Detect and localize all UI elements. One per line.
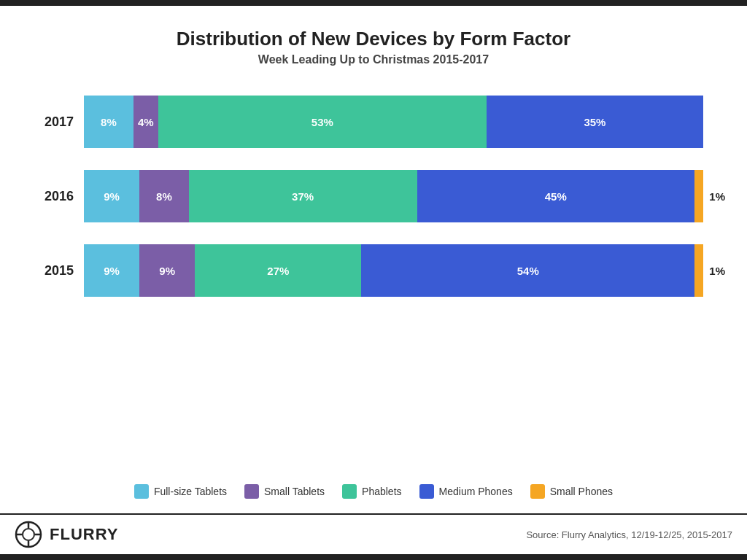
bar-segment-full-tablet-2016: 9% bbox=[84, 170, 139, 222]
legend-item-full-tablet: Full-size Tablets bbox=[134, 484, 227, 499]
footer-source: Source: Flurry Analytics, 12/19-12/25, 2… bbox=[526, 529, 732, 540]
bar-year-2017: 2017 bbox=[44, 114, 84, 130]
bar-segment-small-tablet-2016: 8% bbox=[139, 170, 189, 222]
legend-item-phablet: Phablets bbox=[342, 484, 401, 499]
legend-swatch-phablet bbox=[342, 484, 357, 499]
bar-segment-medium-phone-2016: 45% bbox=[417, 170, 694, 222]
legend-label-phablet: Phablets bbox=[362, 486, 401, 497]
bar-segment-medium-phone-2017: 35% bbox=[487, 96, 703, 148]
bar-segment-small-tablet-2017: 4% bbox=[133, 96, 158, 148]
main-content: Distribution of New Devices by Form Fact… bbox=[0, 6, 747, 513]
bar-segment-phablet-2016: 37% bbox=[189, 170, 417, 222]
legend-label-small-phone: Small Phones bbox=[550, 486, 613, 497]
bar-track-2017: 8%4%53%35% bbox=[84, 96, 703, 148]
bar-segment-small-phone-2016: 1% bbox=[694, 170, 703, 222]
chart-subtitle: Week Leading Up to Christmas 2015-2017 bbox=[44, 53, 703, 66]
footer: FLURRY Source: Flurry Analytics, 12/19-1… bbox=[0, 513, 747, 554]
bar-segment-medium-phone-2015: 54% bbox=[361, 244, 694, 297]
bar-track-2015: 9%9%27%54%1% bbox=[84, 244, 703, 297]
bar-year-2015: 2015 bbox=[44, 263, 84, 279]
legend-swatch-full-tablet bbox=[134, 484, 149, 499]
bars-container: 20178%4%53%35%20169%8%37%45%1%20159%9%27… bbox=[44, 96, 703, 462]
legend: Full-size TabletsSmall TabletsPhabletsMe… bbox=[44, 484, 703, 499]
bottom-bar bbox=[0, 554, 747, 560]
svg-point-1 bbox=[23, 529, 34, 540]
small-phone-label-2015: 1% bbox=[709, 265, 725, 277]
bar-segment-full-tablet-2015: 9% bbox=[84, 244, 139, 297]
legend-label-medium-phone: Medium Phones bbox=[439, 486, 513, 497]
small-phone-label-2016: 1% bbox=[709, 190, 725, 203]
top-bar bbox=[0, 0, 747, 6]
footer-brand: FLURRY bbox=[50, 525, 118, 544]
bar-row-2017: 20178%4%53%35% bbox=[44, 96, 703, 148]
footer-logo: FLURRY bbox=[15, 521, 118, 548]
bar-row-2015: 20159%9%27%54%1% bbox=[44, 244, 703, 297]
bar-track-2016: 9%8%37%45%1% bbox=[84, 170, 703, 222]
chart-title: Distribution of New Devices by Form Fact… bbox=[44, 28, 703, 50]
bar-row-2016: 20169%8%37%45%1% bbox=[44, 170, 703, 222]
legend-label-small-tablet: Small Tablets bbox=[264, 486, 325, 497]
bar-segment-phablet-2015: 27% bbox=[195, 244, 361, 297]
legend-swatch-small-phone bbox=[530, 484, 545, 499]
bar-year-2016: 2016 bbox=[44, 189, 84, 204]
flurry-logo-icon bbox=[15, 521, 42, 548]
legend-swatch-medium-phone bbox=[419, 484, 434, 499]
legend-item-small-tablet: Small Tablets bbox=[244, 484, 325, 499]
bar-segment-phablet-2017: 53% bbox=[158, 96, 487, 148]
legend-swatch-small-tablet bbox=[244, 484, 259, 499]
legend-item-small-phone: Small Phones bbox=[530, 484, 613, 499]
bar-segment-full-tablet-2017: 8% bbox=[84, 96, 133, 148]
bar-segment-small-phone-2015: 1% bbox=[694, 244, 703, 297]
bar-segment-small-tablet-2015: 9% bbox=[139, 244, 195, 297]
legend-label-full-tablet: Full-size Tablets bbox=[154, 486, 227, 497]
legend-item-medium-phone: Medium Phones bbox=[419, 484, 513, 499]
